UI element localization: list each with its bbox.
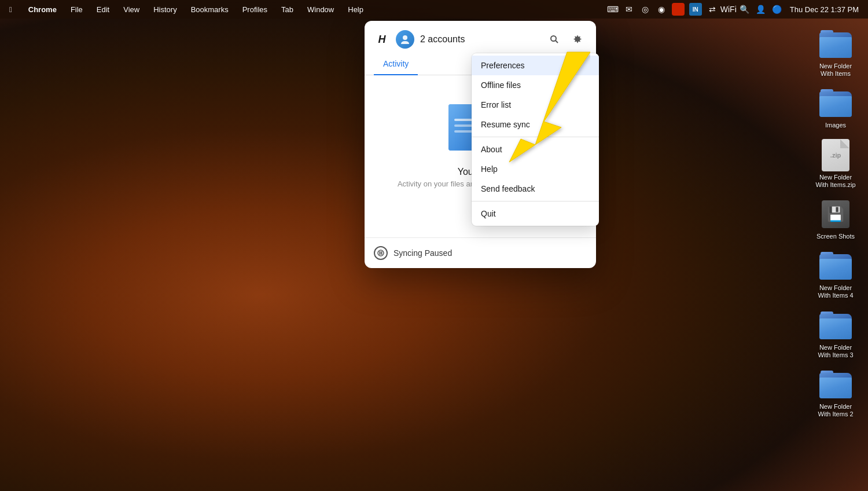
menu-file[interactable]: File (68, 4, 85, 15)
datetime: Thu Dec 22 1:37 PM (788, 4, 861, 15)
popup-header: H 2 accounts (365, 21, 596, 49)
footer-sync-text: Syncing Paused (393, 248, 452, 258)
icon-label-folder3: New Folder With Items 3 (812, 344, 859, 359)
app-icon-red[interactable] (672, 3, 685, 16)
header-icons (545, 30, 587, 49)
menu-divider-2 (472, 201, 599, 201)
menu-item-quit[interactable]: Quit (472, 204, 599, 223)
user-avatar (396, 30, 414, 49)
desktop-icon-folder3[interactable]: New Folder With Items 3 (812, 309, 859, 359)
svg-point-0 (403, 35, 407, 40)
icon-label-folder2: New Folder With Items 2 (812, 403, 859, 418)
menu-item-about[interactable]: About (472, 140, 599, 159)
menu-bookmarks[interactable]: Bookmarks (189, 4, 231, 15)
menu-tab[interactable]: Tab (279, 4, 296, 15)
wifi-icon[interactable]: WiFi (723, 3, 734, 15)
menu-help[interactable]: Help (345, 4, 366, 15)
icon-label-folder4: New Folder With Items 4 (812, 284, 859, 299)
siri-icon[interactable]: 🔵 (771, 3, 783, 15)
dropdown-menu: Preferences Offline files Error list Res… (472, 53, 599, 226)
icon-label-new-folder-items: New Folder With Items (812, 63, 859, 78)
search-menubar-icon[interactable]: 🔍 (739, 3, 751, 15)
desktop-icons: New Folder With Items Images .zip New Fo… (812, 28, 859, 418)
menu-window[interactable]: Window (305, 4, 336, 15)
menubar-right: ⌨ ✉ ◎ ◉ IN ⇄ WiFi 🔍 👤 🔵 Thu Dec 22 1:37 … (607, 3, 861, 16)
svg-point-9 (378, 250, 384, 256)
desktop-icon-new-folder-items[interactable]: New Folder With Items (812, 28, 859, 78)
tab-activity[interactable]: Activity (374, 53, 418, 75)
airplay-icon[interactable]: ⇄ (707, 3, 718, 15)
menu-item-send-feedback[interactable]: Send feedback (472, 179, 599, 199)
menubar:  Chrome File Edit View History Bookmark… (0, 0, 868, 19)
icon-label-zip: New Folder With Items.zip (812, 174, 859, 189)
menu-edit[interactable]: Edit (94, 4, 112, 15)
menu-item-help[interactable]: Help (472, 159, 599, 179)
desktop-icon-folder4[interactable]: New Folder With Items 4 (812, 250, 859, 299)
menu-divider (472, 137, 599, 137)
desktop-icon-images[interactable]: Images (812, 87, 859, 129)
drive-popup-window: H 2 accounts (365, 21, 596, 268)
menu-item-resume-sync[interactable]: Resume sync (472, 115, 599, 134)
svg-rect-10 (380, 251, 381, 255)
accounts-label: 2 accounts (420, 34, 539, 45)
folder-icon-images (819, 87, 852, 119)
folder-icon-3 (819, 309, 852, 342)
drive-icon[interactable]: ◎ (639, 3, 651, 15)
vpn-icon[interactable]: ◉ (656, 3, 667, 15)
svg-line-2 (556, 41, 558, 43)
screen-record-icon[interactable]: ⌨ (607, 3, 619, 15)
menu-history[interactable]: History (151, 4, 179, 15)
gear-button[interactable] (568, 30, 587, 49)
menubar-left:  Chrome File Edit View History Bookmark… (7, 4, 607, 15)
svg-point-1 (551, 36, 556, 41)
menu-item-offline-files[interactable]: Offline files (472, 75, 599, 95)
desktop-icon-zip[interactable]: .zip New Folder With Items.zip (812, 139, 859, 189)
menu-view[interactable]: View (121, 4, 142, 15)
in-icon[interactable]: IN (689, 3, 702, 16)
menu-item-preferences[interactable]: Preferences (472, 56, 599, 75)
menu-item-error-list[interactable]: Error list (472, 95, 599, 115)
popup-footer: Syncing Paused (365, 237, 596, 268)
zip-icon-img: .zip (819, 139, 852, 171)
icon-label-images: Images (825, 122, 846, 129)
pause-icon (374, 246, 388, 260)
folder-icon-2 (819, 368, 852, 401)
mail-icon[interactable]: ✉ (623, 3, 635, 15)
desktop-icon-folder2[interactable]: New Folder With Items 2 (812, 368, 859, 418)
folder-icon-new-folder-items (819, 28, 852, 60)
people-icon[interactable]: 👤 (755, 3, 767, 15)
apple-menu[interactable]:  (7, 4, 14, 15)
floppy-icon-img: 💾 (819, 198, 852, 230)
app-logo: H (374, 31, 390, 47)
app-name[interactable]: Chrome (26, 4, 59, 15)
menu-profiles[interactable]: Profiles (240, 4, 270, 15)
desktop:  Chrome File Edit View History Bookmark… (0, 0, 868, 491)
icon-label-screenshots: Screen Shots (816, 233, 855, 240)
folder-icon-4 (819, 250, 852, 282)
search-button[interactable] (545, 30, 564, 49)
desktop-icon-screenshots[interactable]: 💾 Screen Shots (812, 198, 859, 240)
svg-rect-11 (381, 251, 382, 255)
